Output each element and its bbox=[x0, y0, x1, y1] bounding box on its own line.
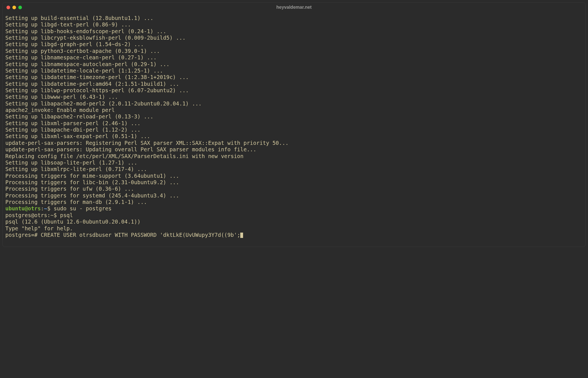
output-line: Processing triggers for systemd (245.4-4… bbox=[5, 192, 583, 199]
output-line: Setting up libxml-parser-perl (2.46-1) .… bbox=[5, 120, 583, 127]
output-line: Setting up libgd-graph-perl (1.54~ds-2) … bbox=[5, 41, 583, 48]
prompt-colon: : bbox=[41, 205, 44, 212]
terminal-window: heyvaldemar.net Setting up build-essenti… bbox=[2, 2, 586, 247]
prompt-path: ~ bbox=[44, 205, 47, 212]
output-line: update-perl-sax-parsers: Registering Per… bbox=[5, 140, 583, 146]
output-line: Processing triggers for man-db (2.9.1-1)… bbox=[5, 199, 583, 205]
command-1: sudo su - postgres bbox=[54, 205, 112, 212]
output-line: Setting up libapache2-reload-perl (0.13-… bbox=[5, 113, 583, 120]
output-line: Setting up libdatetime-locale-perl (1:1.… bbox=[5, 68, 583, 74]
psql-prompt-prefix: postgres=# bbox=[5, 232, 41, 238]
output-line: Setting up libapache-dbi-perl (1.12-2) .… bbox=[5, 127, 583, 133]
psql-prompt-line: postgres=# CREATE USER otrsdbuser WITH P… bbox=[5, 232, 583, 238]
output-line: Processing triggers for libc-bin (2.31-0… bbox=[5, 179, 583, 186]
output-line: Setting up libdatetime-timezone-perl (1:… bbox=[5, 74, 583, 80]
prompt-user: ubuntu bbox=[5, 205, 25, 212]
titlebar: heyvaldemar.net bbox=[3, 3, 585, 12]
window-title: heyvaldemar.net bbox=[3, 4, 585, 10]
prompt-symbol: $ bbox=[47, 205, 54, 212]
output-line: Setting up build-essential (12.8ubuntu1.… bbox=[5, 15, 583, 21]
close-button[interactable] bbox=[6, 6, 10, 9]
output-line: update-perl-sax-parsers: Updating overal… bbox=[5, 146, 583, 153]
output-line: Setting up libwww-perl (6.43-1) ... bbox=[5, 94, 583, 100]
output-line: Setting up libcrypt-eksblowfish-perl (0.… bbox=[5, 35, 583, 41]
cursor bbox=[240, 233, 243, 238]
output-line: Setting up liblwp-protocol-https-perl (6… bbox=[5, 87, 583, 94]
output-line: Setting up libapache2-mod-perl2 (2.0.11-… bbox=[5, 100, 583, 107]
prompt-line-1: ubuntu@otrs:~$ sudo su - postgres bbox=[5, 205, 583, 212]
output-line: Setting up libxml-sax-expat-perl (0.51-1… bbox=[5, 133, 583, 140]
prompt-at: @ bbox=[25, 205, 28, 212]
prompt-host: otrs bbox=[28, 205, 41, 212]
output-line: Setting up libnamespace-clean-perl (0.27… bbox=[5, 54, 583, 61]
output-line: Setting up libnamespace-autoclean-perl (… bbox=[5, 61, 583, 68]
psql-command: CREATE USER otrsdbuser WITH PASSWORD 'dk… bbox=[41, 232, 240, 238]
output-line: Setting up python3-certbot-apache (0.39.… bbox=[5, 48, 583, 54]
output-line: postgres@otrs:~$ psql bbox=[5, 212, 583, 219]
terminal-body[interactable]: Setting up build-essential (12.8ubuntu1.… bbox=[3, 12, 585, 239]
output-line: psql (12.6 (Ubuntu 12.6-0ubuntu0.20.04.1… bbox=[5, 219, 583, 225]
output-line: Processing triggers for mime-support (3.… bbox=[5, 173, 583, 179]
output-line: Setting up libb-hooks-endofscope-perl (0… bbox=[5, 28, 583, 35]
psql-output: postgres@otrs:~$ psqlpsql (12.6 (Ubuntu … bbox=[5, 212, 583, 232]
output-line: Replacing config file /etc/perl/XML/SAX/… bbox=[5, 153, 583, 159]
output-line: Type "help" for help. bbox=[5, 225, 583, 232]
output-line: Setting up libgd-text-perl (0.86-9) ... bbox=[5, 21, 583, 28]
output-line: Setting up libxmlrpc-lite-perl (0.717-4)… bbox=[5, 166, 583, 172]
terminal-output: Setting up build-essential (12.8ubuntu1.… bbox=[5, 15, 583, 205]
maximize-button[interactable] bbox=[18, 6, 22, 9]
minimize-button[interactable] bbox=[12, 6, 16, 9]
output-line: Setting up libsoap-lite-perl (1.27-1) ..… bbox=[5, 159, 583, 166]
traffic-lights bbox=[6, 6, 22, 9]
output-line: Processing triggers for ufw (0.36-6) ... bbox=[5, 186, 583, 192]
output-line: Setting up libdatetime-perl:amd64 (2:1.5… bbox=[5, 81, 583, 87]
output-line: apache2_invoke: Enable module perl bbox=[5, 107, 583, 113]
